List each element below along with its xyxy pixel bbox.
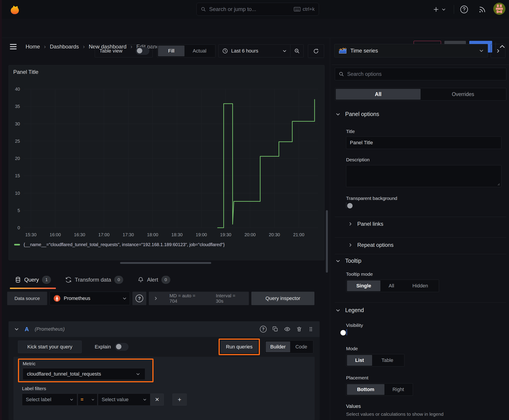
search-options-input[interactable]: Search options	[335, 68, 506, 80]
time-range-label: Last 6 hours	[231, 48, 258, 54]
chevron-down-icon	[336, 112, 340, 116]
add-filter-button[interactable]: +	[172, 394, 187, 406]
viz-name: Time series	[350, 48, 378, 54]
tab-query-label: Query	[24, 277, 39, 283]
panel-resize-handle[interactable]	[120, 262, 211, 264]
chevron-down-icon	[143, 398, 146, 401]
tab-overrides[interactable]: Overrides	[421, 89, 505, 100]
new-dropdown-button[interactable]	[433, 5, 446, 14]
explain-label: Explain	[95, 344, 111, 350]
explain-toggle[interactable]	[115, 343, 128, 351]
run-queries-button[interactable]: Run queries	[221, 341, 258, 353]
tooltip-mode-single[interactable]: Single	[347, 280, 380, 291]
user-avatar[interactable]	[493, 3, 505, 15]
legend-section-header[interactable]: Legend	[336, 307, 364, 314]
svg-text:19:00: 19:00	[196, 232, 207, 237]
transform-icon	[65, 277, 72, 283]
builder-option[interactable]: Builder	[266, 341, 290, 352]
kickstart-query-button[interactable]: Kick start your query	[18, 341, 82, 353]
panel-links-label: Panel links	[357, 221, 383, 227]
news-rss-button[interactable]	[478, 5, 486, 14]
search-placeholder: Search or jump to...	[209, 6, 256, 12]
legend-placement-bottom[interactable]: Bottom	[347, 384, 384, 395]
search-icon	[339, 71, 344, 77]
code-option[interactable]: Code	[290, 341, 312, 352]
legend-mode-table[interactable]: Table	[372, 355, 403, 366]
tab-query-count: 1	[42, 276, 51, 284]
select-value-dropdown[interactable]: Select value	[98, 394, 150, 406]
chart-panel: Panel Title 051015202530354015:3016:0016…	[8, 65, 325, 260]
datasource-picker[interactable]: Prometheus	[50, 292, 130, 305]
legend-placement-right[interactable]: Right	[384, 384, 412, 395]
drag-query-handle[interactable]	[308, 326, 314, 332]
operator-value: =	[81, 397, 84, 403]
svg-text:40: 40	[15, 87, 20, 91]
table-view-toggle[interactable]	[136, 47, 149, 55]
chevron-down-icon	[70, 398, 73, 401]
tooltip-section-header[interactable]: Tooltip	[336, 258, 361, 264]
breadcrumb-bar: Home › Dashboards › New dashboard › Edit…	[0, 19, 509, 38]
plus-icon	[433, 6, 440, 13]
description-textarea[interactable]	[346, 165, 501, 187]
refresh-button[interactable]	[308, 45, 324, 58]
time-series-viz-icon	[339, 48, 347, 54]
drag-dots-icon	[308, 326, 314, 332]
tooltip-mode-all[interactable]: All	[380, 280, 403, 291]
panel-links-section[interactable]: Panel links	[348, 221, 383, 227]
breadcrumb-home[interactable]: Home	[26, 44, 40, 50]
select-label-dropdown[interactable]: Select label	[22, 394, 77, 406]
visualization-picker[interactable]: Time series	[334, 44, 488, 57]
chevron-right-icon	[154, 296, 158, 300]
time-series-chart[interactable]: 051015202530354015:3016:0016:3017:0017:3…	[9, 85, 323, 242]
svg-text:17:30: 17:30	[123, 232, 134, 237]
breadcrumb-dashboards[interactable]: Dashboards	[50, 44, 79, 50]
global-search-input[interactable]: Search or jump to... ctrl+k	[196, 3, 319, 16]
svg-text:20:30: 20:30	[269, 232, 280, 237]
transparent-background-label: Transparent background	[346, 196, 397, 201]
operator-dropdown[interactable]: =	[78, 394, 97, 406]
grafana-logo-icon[interactable]	[8, 3, 20, 15]
tab-transform-data[interactable]: Transform data 0	[59, 270, 129, 289]
delete-query-button[interactable]	[296, 326, 302, 332]
search-icon	[201, 7, 206, 12]
tooltip-mode-hidden[interactable]: Hidden	[403, 280, 438, 291]
query-options-summary[interactable]: MD = auto = 704 Interval = 30s	[149, 292, 249, 305]
help-button[interactable]	[460, 5, 469, 14]
copy-icon	[273, 326, 278, 332]
hide-query-button[interactable]	[284, 326, 290, 332]
remove-filter-button[interactable]: ✕	[150, 394, 164, 406]
metric-select[interactable]: cloudflared_tunnel_total_requests	[23, 368, 145, 380]
actual-option[interactable]: Actual	[184, 45, 214, 56]
collapse-options-button[interactable]	[491, 44, 505, 58]
menu-toggle-button[interactable]	[10, 43, 17, 51]
question-circle-icon: ?	[260, 326, 267, 332]
datasource-help-button[interactable]: ?	[132, 292, 146, 305]
fill-option[interactable]: Fill	[158, 45, 184, 56]
keyboard-icon	[294, 7, 301, 12]
chevron-right-icon	[348, 243, 352, 247]
query-inspector-button[interactable]: Query inspector	[251, 292, 314, 305]
transparent-background-toggle[interactable]	[346, 202, 347, 208]
panel-title-input[interactable]	[346, 136, 501, 149]
legend-mode-list[interactable]: List	[347, 355, 372, 366]
tab-query[interactable]: Query 1	[8, 270, 57, 289]
svg-text:16:00: 16:00	[50, 232, 61, 237]
panel-options-header[interactable]: Panel options	[336, 111, 379, 117]
zoom-out-button[interactable]	[290, 45, 304, 57]
legend-visibility-toggle[interactable]	[347, 329, 347, 335]
chart-legend[interactable]: {__name__="cloudflared_tunnel_total_requ…	[14, 242, 225, 247]
vertical-scrollbar[interactable]	[326, 210, 328, 273]
tab-all[interactable]: All	[336, 89, 421, 100]
query-help-button[interactable]: ?	[260, 326, 267, 332]
datasource-label: Data source	[7, 292, 47, 305]
time-range-control: Last 6 hours	[218, 45, 304, 57]
tab-alert[interactable]: Alert 0	[131, 270, 176, 289]
query-row-header[interactable]: A (Prometheus) ?	[8, 321, 319, 337]
chevron-right-icon	[496, 49, 500, 53]
query-toolbar: Kick start your query Explain Run querie…	[8, 337, 319, 357]
repeat-options-section[interactable]: Repeat options	[348, 242, 393, 248]
plus-icon: +	[178, 396, 181, 403]
metric-label: Metric	[23, 361, 36, 366]
time-range-picker[interactable]: Last 6 hours	[219, 48, 290, 54]
duplicate-query-button[interactable]	[273, 326, 278, 332]
